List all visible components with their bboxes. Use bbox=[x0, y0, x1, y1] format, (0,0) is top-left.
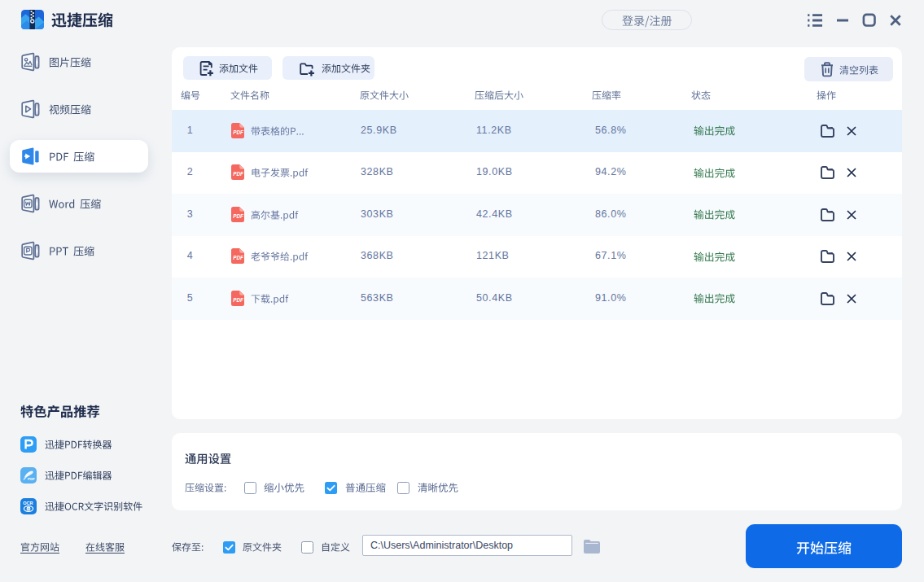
svg-text:PDF: PDF bbox=[233, 297, 244, 303]
svg-text:PDF: PDF bbox=[233, 213, 244, 219]
svg-text:PDF: PDF bbox=[233, 129, 244, 135]
svg-text:PDF: PDF bbox=[233, 255, 244, 260]
svg-text:OCR: OCR bbox=[23, 501, 33, 505]
svg-text:PDF: PDF bbox=[28, 477, 35, 481]
svg-text:PDF: PDF bbox=[233, 171, 244, 177]
